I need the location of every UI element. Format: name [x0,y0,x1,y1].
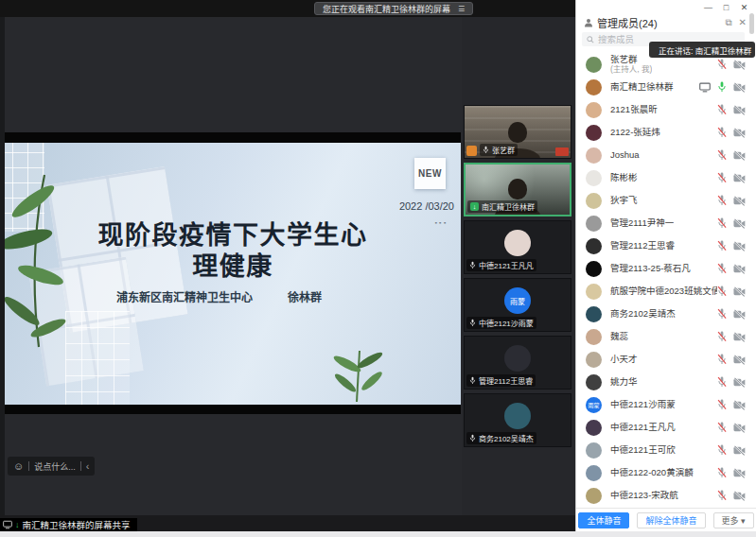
minimize-button[interactable]: — [699,0,717,15]
member-row[interactable]: 雨蒙 中德2121沙雨蒙 [576,393,752,416]
camera-off-icon[interactable] [733,332,746,342]
camera-off-icon[interactable] [733,491,746,501]
thumbnail-name: 中德2121沙雨蒙 [479,318,534,328]
member-row[interactable]: 管理2112王思睿 [576,234,752,257]
camera-off-icon[interactable] [733,286,746,297]
top-status-bar: 您正在观看南汇精卫徐林群的屏幕 ☰ [0,0,575,17]
video-thumbnail[interactable]: 管理2112王思睿 [464,336,571,390]
panel-close-icon[interactable]: ✕ [739,18,747,27]
screen-share-icon [699,82,711,93]
mic-muted-icon[interactable] [717,217,727,229]
slide-date: 2022 /03/20 [399,200,454,212]
member-row[interactable]: 中德2121王凡凡 [576,416,752,439]
video-thumbnail[interactable]: 张艺群 [464,105,571,159]
member-row[interactable]: 航服学院中德2023班姚文倩 [576,280,752,303]
camera-off-icon[interactable] [733,264,746,274]
camera-off-icon[interactable] [733,468,746,478]
camera-off-icon[interactable] [733,309,746,320]
mic-muted-icon[interactable] [717,172,727,183]
member-panel-title: 管理成员(24) [597,15,658,30]
camera-off-icon[interactable] [733,218,746,229]
slide-organization: 浦东新区南汇精神卫生中心 [116,288,253,304]
mic-muted-icon[interactable] [717,376,727,388]
unmute-all-button[interactable]: 解除全体静音 [637,512,705,528]
member-row[interactable]: Joshua [576,144,752,166]
mic-muted-icon[interactable] [717,490,727,501]
member-avatar [586,374,602,390]
mic-muted-icon[interactable] [717,104,727,115]
maximize-button[interactable]: □ [717,0,735,15]
mic-muted-icon[interactable] [717,286,727,297]
member-row[interactable]: 姚力华 [576,371,752,393]
video-thumbnail[interactable]: ↓ 南汇精卫徐林群 [464,163,571,217]
member-row[interactable]: 中德2122-020黄演麟 [576,461,752,484]
member-name: 中德2121王可欣 [610,445,676,455]
more-button[interactable]: 更多 ▾ [713,512,754,528]
mic-muted-icon[interactable] [717,422,727,433]
mic-muted-icon[interactable] [717,149,727,161]
mic-on-icon[interactable] [717,81,727,93]
member-row[interactable]: 陈彬彬 [576,166,752,189]
member-row[interactable]: 南汇精卫徐林群 [576,76,752,98]
mic-muted-icon[interactable] [717,399,727,410]
member-row[interactable]: 小天才 [576,348,752,371]
mic-muted-icon[interactable] [717,354,727,365]
member-panel-footer: 全体静音 解除全体静音 更多 ▾ [576,508,756,531]
mute-all-button[interactable]: 全体静音 [578,512,629,528]
member-row[interactable]: 管理2113-25-蔡石凡 [576,257,752,280]
member-name: 管理2112王思睿 [610,241,675,251]
camera-off-icon[interactable] [733,128,746,138]
camera-off-icon[interactable] [733,241,746,251]
mic-muted-icon[interactable] [717,59,727,70]
camera-off-icon[interactable] [733,82,746,93]
video-thumbnail[interactable]: 中德2121王凡凡 [464,220,571,274]
member-name: 姚力华 [610,377,638,387]
camera-off-icon[interactable] [733,400,746,410]
screen-share-status[interactable]: ↓ 南汇精卫徐林群的屏幕共享 [0,518,137,531]
member-row[interactable]: 2122-张延炜 [576,121,752,144]
scrollbar-thumb[interactable] [749,13,754,34]
chat-input-placeholder[interactable]: 说点什么... [34,460,76,473]
member-name: 张艺群 [610,55,652,64]
mic-muted-icon[interactable] [717,444,727,456]
mic-muted-icon[interactable] [717,331,727,342]
banner-menu-icon[interactable]: ☰ [458,5,465,13]
video-thumbnail[interactable]: 商务2102吴靖杰 [464,393,571,447]
speaking-toast-text: 正在讲话: 南汇精卫徐林群 [659,44,751,56]
watching-banner[interactable]: 您正在观看南汇精卫徐林群的屏幕 ☰ [314,2,473,15]
mic-muted-icon[interactable] [717,467,727,478]
mic-muted-icon[interactable] [717,263,727,274]
member-row[interactable]: 2121张晨昕 [576,98,752,121]
window-controls: — □ ✕ [699,0,753,15]
host-badge [466,146,477,156]
member-row[interactable]: 管理2111尹神一 [576,212,752,234]
emoji-icon[interactable]: ☺ [13,461,24,472]
camera-off-icon[interactable] [733,173,746,183]
quick-chat-bar[interactable]: ☺ 说点什么... ‹ [8,457,95,476]
member-row[interactable]: 中德2123-宋政航 [576,484,752,507]
member-row[interactable]: 中德2121王可欣 [576,439,752,461]
popout-icon[interactable]: ⧉ [725,18,731,27]
camera-off-icon[interactable] [733,196,746,206]
thumbnail-name: 商务2102吴靖杰 [479,433,534,443]
member-role: (主持人, 我) [610,64,652,74]
camera-off-icon[interactable] [733,377,746,388]
member-row[interactable]: 商务2102吴靖杰 [576,303,752,325]
thumbnail-label: 张艺群 [480,144,518,156]
mic-muted-icon[interactable] [717,195,727,206]
mic-muted-icon[interactable] [717,240,727,251]
member-row[interactable]: 狄宇飞 [576,189,752,212]
video-thumbnail[interactable]: 雨蒙 中德2121沙雨蒙 [464,278,571,332]
member-row[interactable]: 魏蕊 [576,325,752,348]
slide-title-line2: 理健康 [5,251,461,283]
chevron-left-icon[interactable]: ‹ [86,461,90,471]
presentation-slide: NEW 2022 /03/20 ⋮ 现阶段疫情下大学生心 理健康 浦东新区南汇精… [5,143,461,405]
camera-off-icon[interactable] [733,150,746,161]
camera-off-icon[interactable] [733,355,746,365]
camera-off-icon[interactable] [733,105,746,115]
camera-off-icon[interactable] [733,423,746,433]
camera-off-icon[interactable] [733,60,746,70]
mic-muted-icon[interactable] [717,308,727,320]
mic-muted-icon[interactable] [717,127,727,138]
camera-off-icon[interactable] [733,445,746,456]
